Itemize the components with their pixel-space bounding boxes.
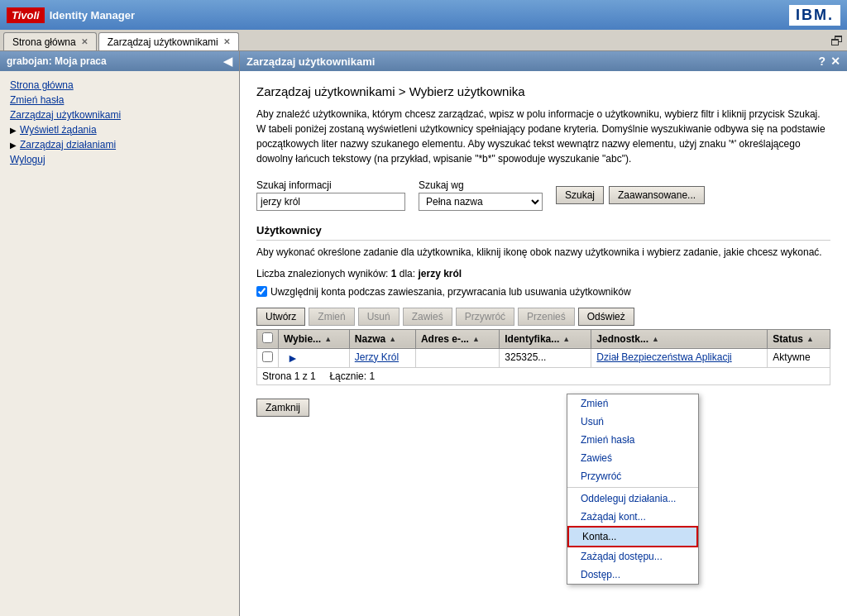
search-by-label: Szukaj wg — [419, 179, 543, 191]
row-email-cell — [415, 348, 499, 367]
ctx-edit[interactable]: Zmień — [567, 394, 698, 413]
search-input[interactable] — [256, 193, 405, 211]
sidebar-collapse-button[interactable]: ◀ — [223, 55, 232, 68]
tab-manage-users-label: Zarządzaj użytkownikami — [108, 36, 218, 48]
advanced-search-button[interactable]: Zaawansowane... — [609, 186, 705, 204]
content-header-icons: ? ✕ — [818, 55, 840, 68]
ctx-request-access[interactable]: Zażądaj dostępu... — [567, 547, 698, 566]
col-id[interactable]: Identyfika... ▲ — [500, 329, 591, 348]
context-menu: Zmień Usuń Zmień hasła Zawieś Przywróć O… — [567, 394, 699, 585]
row-checkbox[interactable] — [262, 351, 273, 362]
users-table: Wybie... ▲ Nazwa ▲ — [256, 329, 830, 385]
content-area: Zarządzaj użytkownikami ? ✕ Zarządzaj uż… — [240, 51, 847, 616]
ctx-accounts[interactable]: Konta... — [567, 526, 698, 547]
search-by-group: Szukaj wg Pełna nazwa Identyfikator E-ma… — [419, 179, 543, 211]
sidebar-item-manage-actions-label[interactable]: Zarządzaj działaniami — [20, 139, 116, 150]
sidebar-header: grabojan: Moja praca ◀ — [0, 51, 239, 71]
content-window-header: Zarządzaj użytkownikami ? ✕ — [240, 51, 847, 71]
ctx-delegate[interactable]: Oddeleguj działania... — [567, 489, 698, 508]
move-button: Przenieś — [518, 308, 575, 326]
search-by-select[interactable]: Pełna nazwa Identyfikator E-mail — [419, 193, 543, 211]
ctx-access[interactable]: Dostęp... — [567, 566, 698, 584]
suspend-button: Zawieś — [403, 308, 452, 326]
content-body: Zarządzaj użytkownikami > Wybierz użytko… — [240, 71, 847, 616]
sidebar-user-label: grabojan: Moja praca — [7, 55, 107, 67]
ctx-suspend[interactable]: Zawieś — [567, 449, 698, 467]
sidebar-item-home[interactable]: Strona główna — [10, 78, 229, 93]
ctx-delete[interactable]: Usuń — [567, 413, 698, 431]
row-id-cell: 325325... — [500, 348, 591, 367]
ibm-logo: IBM. — [789, 5, 840, 26]
description-text: Aby znaleźć użytkownika, którym chcesz z… — [256, 107, 830, 166]
create-button[interactable]: Utwórz — [256, 308, 305, 326]
dock-icon[interactable]: 🗗 — [830, 34, 844, 49]
col-email[interactable]: Adres e-... ▲ — [415, 329, 499, 348]
close-button[interactable]: Zamknij — [256, 399, 309, 417]
ctx-separator — [567, 487, 698, 488]
sidebar-item-view-requests-label[interactable]: Wyświetl żądania — [20, 124, 97, 136]
tab-bar: Strona główna ✕ Zarządzaj użytkownikami … — [0, 30, 847, 51]
top-bar-left: Tivoli Identity Manager — [7, 7, 135, 23]
col-name[interactable]: Nazwa ▲ — [349, 329, 415, 348]
tivoli-logo: Tivoli — [7, 7, 45, 23]
select-all-checkbox[interactable] — [262, 332, 273, 343]
tab-manage-users-close[interactable]: ✕ — [223, 37, 230, 46]
arrow-icon: ▶ — [10, 126, 17, 135]
sidebar-item-manage-users[interactable]: Zarządzaj użytkownikami — [10, 107, 229, 122]
col-status[interactable]: Status ▲ — [768, 329, 830, 348]
col-unit[interactable]: Jednostk... ▲ — [591, 329, 768, 348]
table-toolbar: Utwórz Zmień Usuń Zawieś Przywróć Przeni… — [256, 308, 830, 326]
sort-status-icon: ▲ — [806, 335, 814, 343]
sidebar-item-view-requests[interactable]: ▶ Wyświetl żądania — [10, 122, 229, 137]
row-unit-cell: Dział Bezpieczeństwa Aplikacji — [591, 348, 768, 367]
tab-manage-users[interactable]: Zarządzaj użytkownikami ✕ — [98, 32, 239, 50]
tab-home[interactable]: Strona główna ✕ — [3, 32, 97, 50]
pagination-info: Strona 1 z 1 Łącznie: 1 — [257, 367, 830, 384]
sidebar: grabojan: Moja praca ◀ Strona główna Zmi… — [0, 51, 240, 616]
top-bar: Tivoli Identity Manager IBM. — [0, 0, 847, 30]
refresh-button[interactable]: Odśwież — [578, 308, 634, 326]
help-icon[interactable]: ? — [818, 55, 825, 68]
app-title: Identity Manager — [50, 9, 135, 21]
row-name-cell: Jerzy Król — [349, 348, 415, 367]
row-name-link[interactable]: Jerzy Król — [355, 351, 399, 363]
ctx-restore[interactable]: Przywróć — [567, 467, 698, 485]
page-heading: Zarządzaj użytkownikami > Wybierz użytko… — [256, 84, 830, 98]
sidebar-item-logout[interactable]: Wyloguj — [10, 152, 229, 167]
users-section-desc: Aby wykonać określone zadanie dla użytko… — [256, 246, 830, 260]
table-row: ► Jerzy Król 325325... Dział Bezpieczeńs… — [257, 348, 830, 367]
tab-bar-right: 🗗 — [830, 34, 844, 50]
col-checkbox — [257, 329, 279, 348]
col-select[interactable]: Wybie... ▲ — [279, 329, 350, 348]
sort-select-icon: ▲ — [324, 335, 332, 343]
edit-button: Zmień — [309, 308, 354, 326]
row-status-cell: Aktywne — [768, 348, 830, 367]
include-accounts-checkbox[interactable] — [256, 286, 267, 297]
users-section-title: Użytkownicy — [256, 224, 830, 241]
arrow-icon: ▶ — [10, 141, 17, 150]
search-button[interactable]: Szukaj — [556, 186, 604, 204]
users-section: Użytkownicy Aby wykonać określone zadani… — [256, 224, 830, 417]
delete-button: Usuń — [358, 308, 400, 326]
row-checkbox-cell — [257, 348, 279, 367]
ctx-change-password[interactable]: Zmień hasła — [567, 431, 698, 449]
sidebar-nav: Strona główna Zmień hasła Zarządzaj użyt… — [0, 71, 239, 616]
sort-unit-icon: ▲ — [652, 335, 659, 343]
ctx-request-accounts[interactable]: Zażądaj kont... — [567, 508, 698, 526]
sort-email-icon: ▲ — [472, 335, 480, 343]
tab-home-label: Strona główna — [12, 36, 76, 48]
include-accounts-option: Uwzględnij konta podczas zawieszania, pr… — [256, 286, 830, 298]
row-unit-link[interactable]: Dział Bezpieczeństwa Aplikacji — [596, 351, 731, 363]
row-action-icon[interactable]: ► — [287, 351, 299, 365]
sort-name-icon: ▲ — [389, 335, 396, 343]
search-row: Szukaj informacji Szukaj wg Pełna nazwa … — [256, 179, 830, 211]
search-info-label: Szukaj informacji — [256, 179, 405, 191]
search-info-group: Szukaj informacji — [256, 179, 405, 211]
sidebar-item-manage-actions[interactable]: ▶ Zarządzaj działaniami — [10, 137, 229, 152]
content-window-title: Zarządzaj użytkownikami — [246, 55, 375, 68]
sidebar-item-change-password[interactable]: Zmień hasła — [10, 93, 229, 107]
include-accounts-label: Uwzględnij konta podczas zawieszania, pr… — [270, 286, 631, 298]
close-window-icon[interactable]: ✕ — [830, 55, 840, 68]
restore-button: Przywróć — [456, 308, 514, 326]
tab-home-close[interactable]: ✕ — [81, 37, 88, 46]
